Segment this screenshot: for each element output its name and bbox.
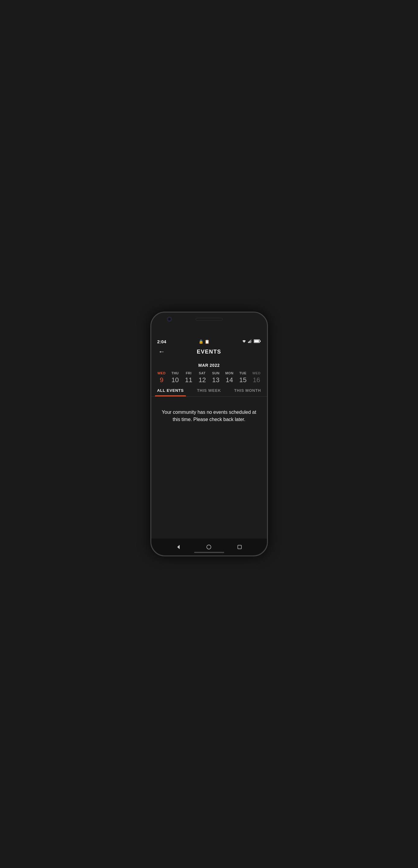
back-button[interactable]: ← — [156, 347, 167, 357]
svg-rect-1 — [249, 341, 250, 343]
svg-rect-10 — [238, 545, 242, 549]
status-bar: 2:04 🔒 📋 — [151, 327, 267, 343]
day-name-sat12: SAT — [199, 371, 206, 375]
notch-area — [151, 313, 267, 327]
phone-screen: 2:04 🔒 📋 — [151, 313, 267, 555]
day-cell-mon14[interactable]: MON 14 — [223, 371, 236, 384]
tab-all-events[interactable]: ALL EVENTS — [151, 384, 190, 396]
svg-point-9 — [207, 545, 211, 549]
top-bar: ← EVENTS — [151, 343, 267, 361]
empty-message: Your community has no events scheduled a… — [160, 409, 258, 423]
tabs-row: ALL EVENTS THIS WEEK THIS MONTH — [151, 384, 267, 397]
day-num-wed16: 16 — [253, 376, 260, 384]
home-nav-button[interactable] — [204, 542, 214, 552]
recents-nav-button[interactable] — [235, 542, 245, 552]
day-num-mon14: 14 — [226, 376, 233, 384]
day-name-tue15: TUE — [239, 371, 247, 375]
svg-marker-8 — [177, 545, 180, 549]
week-row: WED 9 THU 10 FRI 11 SAT 12 — [155, 371, 263, 384]
day-num-fri11: 11 — [185, 376, 192, 384]
day-cell-wed16[interactable]: WED 16 — [250, 371, 263, 384]
day-cell-sun13[interactable]: SUN 13 — [209, 371, 222, 384]
calendar-section: MAR 2022 WED 9 THU 10 FRI 11 — [151, 361, 267, 384]
back-nav-button[interactable] — [173, 542, 183, 552]
day-num-thu10: 10 — [171, 376, 179, 384]
day-name-sun13: SUN — [212, 371, 220, 375]
tab-this-month[interactable]: THIS MONTH — [228, 384, 267, 396]
svg-rect-6 — [260, 341, 261, 342]
svg-rect-2 — [250, 340, 251, 343]
day-name-fri11: FRI — [186, 371, 191, 375]
day-cell-thu10[interactable]: THU 10 — [168, 371, 182, 384]
day-cell-sat12[interactable]: SAT 12 — [196, 371, 209, 384]
svg-text:/: / — [251, 341, 252, 342]
empty-state: Your community has no events scheduled a… — [151, 397, 267, 538]
day-num-wed9: 9 — [160, 376, 163, 384]
svg-rect-7 — [254, 340, 259, 342]
day-cell-fri11[interactable]: FRI 11 — [182, 371, 195, 384]
svg-rect-0 — [248, 342, 249, 343]
app-content: ← EVENTS MAR 2022 WED 9 THU 10 FRI — [151, 343, 267, 538]
day-name-wed9: WED — [157, 371, 165, 375]
day-name-wed16: WED — [252, 371, 260, 375]
day-name-mon14: MON — [225, 371, 233, 375]
day-name-thu10: THU — [171, 371, 179, 375]
bottom-bar-indicator — [194, 552, 224, 553]
day-num-sat12: 12 — [199, 376, 206, 384]
phone-device: 2:04 🔒 📋 — [150, 312, 268, 556]
tab-this-week[interactable]: THIS WEEK — [190, 384, 228, 396]
day-num-sun13: 13 — [212, 376, 219, 384]
speaker-icon — [196, 318, 223, 320]
day-cell-tue15[interactable]: TUE 15 — [236, 371, 250, 384]
page-title: EVENTS — [197, 349, 221, 355]
camera-icon — [167, 317, 172, 321]
day-cell-wed9[interactable]: WED 9 — [155, 371, 168, 384]
month-label: MAR 2022 — [155, 363, 263, 368]
day-num-tue15: 15 — [239, 376, 247, 384]
